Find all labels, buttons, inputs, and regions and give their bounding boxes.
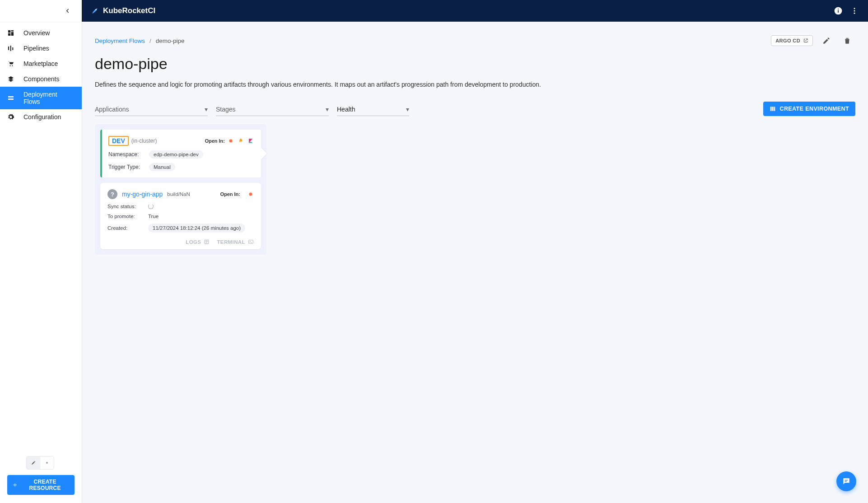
theme-toggle (26, 456, 54, 470)
kibana-icon[interactable] (247, 138, 254, 144)
sidebar-item-label: Overview (23, 29, 50, 37)
more-vert-icon[interactable] (846, 3, 863, 19)
svg-rect-3 (838, 9, 839, 9)
svg-rect-7 (8, 30, 10, 33)
svg-rect-12 (10, 46, 11, 51)
svg-point-14 (10, 65, 11, 66)
svg-point-0 (95, 9, 97, 10)
trigger-type-value: Manual (149, 163, 175, 171)
appbar: KubeRocketCI (0, 0, 868, 22)
svg-point-23 (249, 193, 252, 196)
svg-rect-25 (249, 240, 253, 244)
to-promote-value: True (148, 214, 159, 219)
stage-card[interactable]: DEV (in-cluster) Open In: Namespace: edp… (100, 130, 261, 177)
application-name-link[interactable]: my-go-gin-app (122, 191, 163, 198)
sidebar-item-label: Deployment Flows (23, 91, 75, 105)
svg-rect-16 (8, 96, 14, 98)
health-label: Health (337, 106, 355, 113)
page-title: demo-pipe (95, 55, 855, 73)
svg-point-4 (854, 8, 855, 9)
grafana-icon[interactable] (238, 138, 244, 144)
stages-select[interactable]: Stages ▾ (216, 103, 329, 116)
stage-trigger-row: Trigger Type: Manual (108, 163, 254, 171)
svg-rect-21 (774, 107, 775, 111)
svg-rect-9 (11, 32, 14, 36)
sidebar-item-label: Pipelines (23, 45, 49, 52)
chevron-down-icon: ▾ (406, 106, 409, 113)
filter-row: Applications ▾ Stages ▾ Health ▾ CREATE … (95, 102, 855, 116)
svg-rect-20 (772, 107, 774, 111)
argo-icon[interactable] (247, 191, 254, 197)
rocket-icon (90, 6, 99, 15)
sidebar-item-configuration[interactable]: Configuration (0, 109, 82, 125)
chat-fab[interactable] (836, 471, 856, 491)
delete-button[interactable] (839, 33, 855, 49)
stage-open-in-icons (228, 138, 254, 144)
logs-button[interactable]: LOGS (186, 239, 210, 245)
layers-icon (6, 75, 15, 83)
trigger-type-label: Trigger Type: (108, 164, 145, 170)
chevron-down-icon: ▾ (326, 106, 329, 113)
cart-icon (6, 60, 15, 67)
health-select[interactable]: Health ▾ (337, 103, 409, 116)
svg-point-18 (46, 462, 48, 464)
breadcrumb-current: demo-pipe (156, 37, 185, 44)
argo-cd-button[interactable]: ARGO CD (771, 35, 813, 46)
open-in-label: Open In: (220, 191, 240, 197)
created-value: 11/27/2024 18:12:24 (26 minutes ago) (148, 224, 245, 233)
terminal-button[interactable]: TERMINAL (217, 239, 254, 245)
stages-label: Stages (216, 106, 236, 113)
stage-header: DEV (in-cluster) Open In: (108, 136, 254, 146)
sidebar-item-label: Marketplace (23, 60, 58, 67)
chevron-down-icon: ▾ (205, 106, 208, 113)
pipelines-icon (6, 45, 15, 52)
applications-select[interactable]: Applications ▾ (95, 103, 208, 116)
create-environment-button[interactable]: CREATE ENVIRONMENT (763, 102, 855, 116)
sidebar-item-pipelines[interactable]: Pipelines (0, 41, 82, 56)
stage-cluster: (in-cluster) (131, 138, 157, 144)
sidebar-item-label: Components (23, 75, 59, 83)
stage-namespace-row: Namespace: edp-demo-pipe-dev (108, 150, 254, 158)
sidebar-bottom: CREATE RESOURCE (0, 451, 82, 503)
svg-point-15 (12, 65, 13, 66)
main-content: Deployment Flows / demo-pipe ARGO CD dem… (82, 22, 868, 503)
argo-icon[interactable] (228, 138, 234, 144)
sidebar-item-components[interactable]: Components (0, 71, 82, 87)
stage-container: DEV (in-cluster) Open In: Namespace: edp… (95, 124, 266, 255)
page-description: Defines the sequence and logic for promo… (95, 81, 592, 88)
stage-name[interactable]: DEV (108, 136, 129, 146)
info-icon[interactable] (830, 3, 846, 19)
svg-point-5 (854, 10, 855, 12)
flows-icon (6, 94, 15, 102)
created-row: Created: 11/27/2024 18:12:24 (26 minutes… (107, 224, 254, 233)
theme-rocket-button[interactable] (27, 456, 40, 469)
breadcrumb-sep: / (149, 37, 151, 44)
page-actions (818, 33, 855, 49)
application-actions: LOGS TERMINAL (107, 239, 254, 245)
svg-point-22 (229, 140, 233, 143)
create-environment-label: CREATE ENVIRONMENT (779, 106, 849, 112)
sidebar-item-deployment-flows[interactable]: Deployment Flows (0, 87, 82, 109)
logs-label: LOGS (186, 239, 201, 245)
svg-rect-8 (11, 30, 14, 32)
brand-name: KubeRocketCI (103, 6, 155, 15)
sidebar-item-marketplace[interactable]: Marketplace (0, 56, 82, 71)
theme-gear-button[interactable] (40, 456, 54, 469)
unknown-status-icon: ? (107, 189, 117, 199)
applications-label: Applications (95, 106, 129, 113)
dashboard-icon (6, 29, 15, 37)
svg-rect-17 (8, 98, 14, 100)
svg-rect-13 (12, 47, 13, 50)
create-resource-label: CREATE RESOURCE (21, 479, 69, 491)
created-label: Created: (107, 225, 144, 231)
argo-cd-label: ARGO CD (775, 38, 800, 43)
sidebar-collapse-button[interactable] (65, 8, 71, 14)
svg-rect-19 (770, 107, 772, 111)
breadcrumb-parent[interactable]: Deployment Flows (95, 37, 145, 44)
application-header: ? my-go-gin-app build/NaN Open In: (107, 189, 254, 199)
create-resource-button[interactable]: CREATE RESOURCE (7, 475, 75, 495)
sidebar-item-overview[interactable]: Overview (0, 25, 82, 41)
terminal-label: TERMINAL (217, 239, 245, 245)
edit-button[interactable] (818, 33, 835, 49)
page-top-line: Deployment Flows / demo-pipe ARGO CD (95, 33, 855, 49)
